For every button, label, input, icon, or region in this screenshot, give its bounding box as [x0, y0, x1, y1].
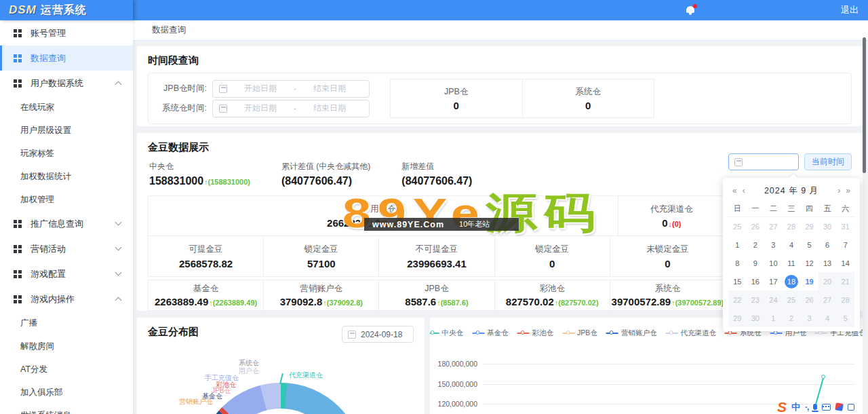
current-time-button[interactable]: 当前时间 [804, 153, 852, 170]
legend-item-代充渠道仓[interactable]: 代充渠道仓 [665, 328, 716, 338]
calendar-day-5-disabled: 5 [836, 309, 854, 327]
calendar-day-5[interactable]: 5 [800, 236, 818, 254]
calendar-day-9[interactable]: 9 [747, 254, 765, 272]
calendar-day-3[interactable]: 3 [764, 236, 783, 254]
notification-bell-button[interactable] [686, 5, 697, 16]
sidebar-item-数据查询[interactable]: 数据查询 [0, 45, 133, 71]
calendar-day-11[interactable]: 11 [783, 254, 801, 272]
data-point-marker[interactable] [821, 375, 825, 379]
calendar-day-4[interactable]: 4 [783, 236, 801, 254]
legend-item-彩池仓[interactable]: 彩池仓 [517, 328, 554, 338]
sogou-logo[interactable]: S [777, 400, 787, 414]
microphone-icon[interactable] [813, 404, 817, 410]
stat-label: 锁定金豆 [535, 244, 569, 255]
jpb-time-range-input[interactable]: 开始日期 - 结束日期 [212, 80, 370, 98]
grid-icon [14, 295, 22, 303]
calendar-day-17[interactable]: 17 [764, 272, 783, 290]
sidebar-item-加入俱乐部[interactable]: 加入俱乐部 [0, 381, 133, 404]
day-number: 16 [751, 278, 760, 286]
pie-date-value: 2024-09-18 [361, 330, 402, 339]
bean-date-input[interactable] [728, 153, 799, 170]
chinese-mode-icon[interactable]: 中 [791, 401, 800, 413]
weekday-label: 二 [764, 204, 783, 214]
calendar-day-10[interactable]: 10 [764, 254, 783, 272]
calendar-day-7[interactable]: 7 [836, 236, 854, 254]
legend-item-营销账户仓[interactable]: 营销账户仓 [606, 328, 657, 338]
calendar-day-26-other[interactable]: 26 [747, 217, 765, 236]
sidebar-item-发送系统消息[interactable]: 发送系统消息 [0, 404, 133, 414]
calendar-day-31-other[interactable]: 31 [836, 217, 854, 236]
more-tools-icon[interactable] [848, 404, 854, 411]
grid-icon [14, 29, 22, 37]
weekday-label: 六 [836, 204, 854, 214]
calendar-day-16[interactable]: 16 [747, 272, 765, 290]
calendar-day-30-other[interactable]: 30 [818, 217, 837, 236]
sidebar-item-label: 推广信息查询 [31, 218, 83, 230]
sidebar-item-用户数据系统[interactable]: 用户数据系统 [0, 71, 133, 96]
punctuation-icon[interactable]: ·, [805, 402, 808, 412]
end-date-placeholder: 结束日期 [296, 83, 363, 94]
prev-year-button[interactable]: « [730, 186, 740, 195]
sidebar-item-广播[interactable]: 广播 [0, 312, 133, 335]
page-scrollbar-thumb[interactable] [863, 37, 866, 173]
day-number: 20 [823, 278, 831, 286]
weekday-label: 三 [783, 204, 801, 214]
detail-cell-锁定金豆: 锁定金豆57100 [263, 236, 378, 276]
sidebar-item-在线玩家[interactable]: 在线玩家 [0, 96, 133, 119]
stat-label: 用户仓 [370, 204, 396, 215]
logout-button[interactable]: 退出 [841, 0, 859, 20]
legend-item-JPB仓[interactable]: JPB仓 [562, 328, 597, 338]
day-number: 12 [805, 259, 813, 267]
calendar-date-grid: 2526272829303112345678910111213141516171… [728, 217, 854, 327]
prev-month-button[interactable]: ‹ [740, 186, 748, 195]
next-year-button[interactable]: » [843, 186, 853, 195]
legend-label: 彩池仓 [532, 328, 554, 338]
calendar-day-2[interactable]: 2 [747, 236, 765, 254]
sidebar-item-账号管理[interactable]: 账号管理 [0, 20, 133, 45]
sidebar-item-label: 用户层级设置 [20, 125, 71, 136]
keyboard-icon[interactable] [822, 404, 831, 411]
calendar-day-15[interactable]: 15 [728, 272, 747, 290]
sidebar-item-加权管理[interactable]: 加权管理 [0, 188, 133, 211]
calendar-day-18-selected[interactable]: 18 [783, 272, 801, 290]
sidebar-item-解散房间[interactable]: 解散房间 [0, 335, 133, 358]
sidebar-item-游戏配置[interactable]: 游戏配置 [0, 261, 133, 286]
sidebar-item-推广信息查询[interactable]: 推广信息查询 [0, 211, 133, 236]
day-number: 18 [785, 275, 798, 288]
calendar-day-25-other[interactable]: 25 [728, 217, 747, 236]
pie-date-input[interactable]: 2024-09-18 [342, 326, 414, 343]
stat-label: 代充渠道仓 [650, 204, 693, 215]
weekday-label: 五 [818, 204, 837, 214]
calendar-weekday-row: 日一二三四五六 [728, 201, 854, 217]
date-picker-popup: « ‹ 2024 年 9 月 › » 日一二三四五六 2526272829303… [723, 178, 860, 331]
sidebar-item-加权数据统计[interactable]: 加权数据统计 [0, 165, 133, 188]
legend-item-基金仓[interactable]: 基金仓 [472, 328, 509, 338]
sidebar-item-玩家标签[interactable]: 玩家标签 [0, 142, 133, 165]
bottom-cell-彩池仓: 彩池仓827570.02↑(827570.02) [494, 280, 610, 311]
calendar-day-27-other[interactable]: 27 [764, 217, 783, 236]
system-time-range-input[interactable]: 开始日期 - 结束日期 [212, 100, 370, 117]
calendar-day-14[interactable]: 14 [836, 254, 854, 272]
day-number: 27 [823, 296, 831, 304]
sidebar-item-营销活动[interactable]: 营销活动 [0, 236, 133, 261]
calendar-day-19-today[interactable]: 19 [800, 272, 818, 290]
calendar-day-6[interactable]: 6 [818, 236, 837, 254]
calendar-day-1[interactable]: 1 [728, 236, 747, 254]
delta-up: ↑(26622372.23) [387, 220, 439, 228]
calendar-day-28-other[interactable]: 28 [783, 217, 801, 236]
sidebar-item-游戏内操作[interactable]: 游戏内操作 [0, 286, 133, 312]
legend-item-中央仓[interactable]: 中央仓 [430, 328, 463, 338]
toolbox-icon[interactable] [835, 402, 844, 411]
grid-icon [14, 54, 22, 62]
stat-value: 26622372.23↑(26622372.23) [327, 217, 439, 229]
sidebar-item-用户层级设置[interactable]: 用户层级设置 [0, 119, 133, 142]
legend-circle [521, 331, 525, 335]
calendar-day-29-other[interactable]: 29 [800, 217, 818, 236]
sidebar-item-AT分发[interactable]: AT分发 [0, 358, 133, 381]
calendar-month-title[interactable]: 2024 年 9 月 [748, 185, 835, 197]
day-number: 1 [771, 314, 775, 322]
calendar-day-12[interactable]: 12 [800, 254, 818, 272]
calendar-day-8[interactable]: 8 [728, 254, 747, 272]
next-month-button[interactable]: › [835, 186, 843, 195]
calendar-day-13[interactable]: 13 [818, 254, 837, 272]
